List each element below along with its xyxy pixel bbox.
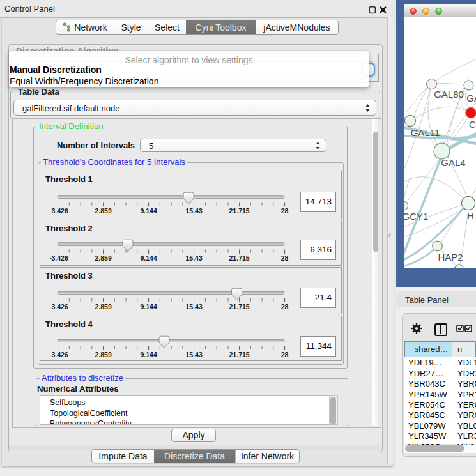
svg-text:28: 28	[281, 303, 289, 311]
svg-text:GA: GA	[466, 93, 476, 104]
svg-text:21.715: 21.715	[229, 351, 250, 358]
svg-text:H: H	[467, 210, 474, 221]
svg-text:21.715: 21.715	[229, 254, 250, 262]
svg-text:21.715: 21.715	[229, 207, 250, 215]
svg-text:−3.426: −3.426	[50, 351, 68, 358]
svg-text:GAL11: GAL11	[411, 127, 440, 138]
svg-text:GCY1: GCY1	[404, 211, 428, 222]
svg-text:9.144: 9.144	[140, 303, 157, 311]
svg-text:15.43: 15.43	[185, 207, 202, 215]
svg-text:9.144: 9.144	[140, 207, 157, 215]
svg-text:2.859: 2.859	[95, 207, 111, 215]
svg-text:HAP2: HAP2	[438, 252, 463, 263]
svg-text:15.43: 15.43	[185, 351, 202, 358]
svg-text:2.859: 2.859	[95, 351, 111, 358]
svg-text:28: 28	[281, 351, 289, 358]
svg-text:15.43: 15.43	[185, 254, 202, 262]
svg-text:21.715: 21.715	[229, 303, 250, 311]
svg-text:9.144: 9.144	[140, 351, 157, 358]
svg-text:C: C	[469, 119, 476, 130]
svg-text:2.859: 2.859	[95, 303, 111, 311]
svg-text:−3.426: −3.426	[50, 207, 68, 215]
svg-text:9.144: 9.144	[140, 254, 157, 262]
svg-text:GAL4: GAL4	[441, 157, 465, 168]
svg-text:2.859: 2.859	[95, 254, 111, 262]
svg-text:28: 28	[281, 207, 289, 215]
svg-text:GAL80: GAL80	[434, 89, 464, 100]
svg-text:−3.426: −3.426	[50, 303, 68, 311]
svg-text:−3.426: −3.426	[50, 254, 68, 262]
svg-text:15.43: 15.43	[185, 303, 202, 311]
svg-text:28: 28	[281, 254, 289, 262]
